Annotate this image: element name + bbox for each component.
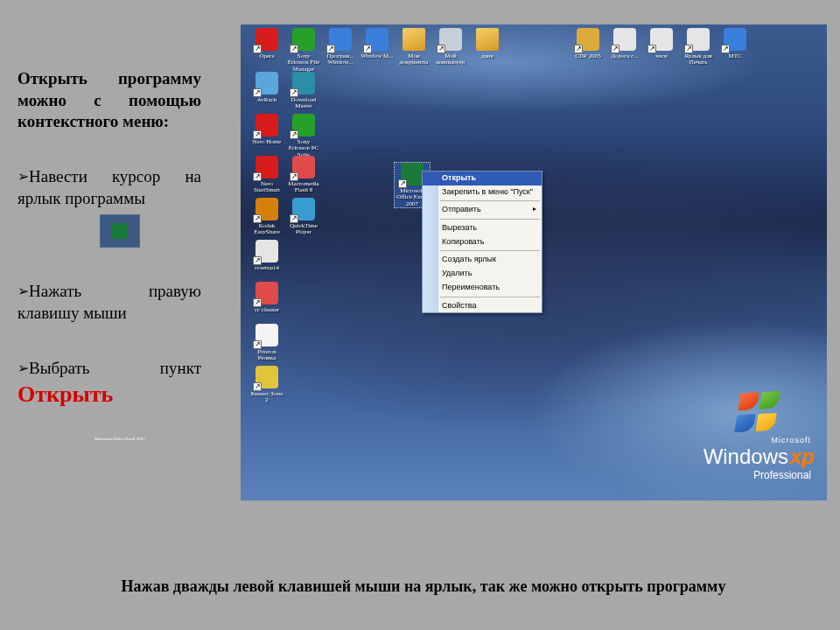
footer-caption: Нажав дважды левой клавишей мыши на ярлы… xyxy=(47,578,800,596)
desktop-icon-label: Бизнес Зона 2 xyxy=(249,391,284,404)
desktop-icon-label: ccsetup14 xyxy=(249,265,284,271)
desktop-icon-label: часи xyxy=(644,53,679,60)
ctx-cut[interactable]: Вырезать xyxy=(423,221,542,235)
desktop-icon[interactable]: ↗Програм... Window... xyxy=(323,28,358,66)
desktop-icon-label: Ярлык для Печать xyxy=(681,53,716,66)
ctx-open[interactable]: Открыть xyxy=(423,172,542,186)
desktop-icon-label: QuickTime Player xyxy=(286,223,321,236)
desktop-icon[interactable]: ↗Мой компьютер xyxy=(433,28,468,66)
desktop-icon-label: СПР 2005 xyxy=(570,53,606,60)
logo-edition: Professional xyxy=(704,469,811,481)
windows-desktop: ↗Opera↗Sony Ericsson File Manager↗Програ… xyxy=(241,24,827,500)
desktop-icon-label: AvRack xyxy=(249,97,284,103)
desktop-icon[interactable]: даня xyxy=(470,28,505,60)
logo-product: Windows xyxy=(704,444,788,469)
logo-suffix: xp xyxy=(790,444,815,469)
desktop-icon-label: Мои документы xyxy=(396,53,431,66)
example-icon-label: Microsoft Office Excel 2007 xyxy=(28,437,212,441)
desktop-icon-label: Nero Home xyxy=(249,139,284,145)
desktop-icon-label: МТС xyxy=(718,53,752,60)
desktop-icon-label: Window M... xyxy=(360,53,395,60)
instruction-title: Открыть программу можно с помощью контек… xyxy=(18,68,201,133)
windows-flag-icon xyxy=(734,391,783,433)
step-3-text: Выбрать пункт xyxy=(29,359,201,377)
desktop-icon[interactable]: ↗QuickTime Player xyxy=(286,198,321,236)
desktop-icon[interactable]: ↗ccsetup14 xyxy=(249,240,284,271)
instruction-open-word: Открыть xyxy=(18,382,113,407)
ctx-pin[interactable]: Закрепить в меню "Пуск" xyxy=(423,186,542,200)
ctx-delete[interactable]: Удалить xyxy=(423,267,542,281)
desktop-icon[interactable]: ↗Kodak EasyShare xyxy=(249,198,284,236)
instruction-step-1: ➢Навести курсор на ярлык программы xyxy=(18,166,201,209)
logo-brand: Microsoft xyxy=(704,436,811,444)
desktop-icon[interactable]: ↗Macromedia Flash 8 xyxy=(286,156,321,194)
desktop-icon[interactable]: ↗AvRack xyxy=(249,72,284,103)
desktop-icon-label: даня xyxy=(470,53,505,60)
desktop-icon-label: Kodak EasyShare xyxy=(249,223,284,236)
desktop-icon[interactable]: ↗МТС xyxy=(718,28,752,60)
step-2-text: Нажать правую клавишу мыши xyxy=(18,282,201,322)
ctx-send[interactable]: Отправить xyxy=(423,203,542,217)
desktop-icon[interactable]: ↗Ярлык для Печать xyxy=(681,28,716,66)
desktop-icon[interactable]: ↗СПР 2005 xyxy=(570,28,606,60)
desktop-icon-label: Дорога с... xyxy=(607,53,642,60)
desktop-icon-label: Macromedia Flash 8 xyxy=(286,181,321,194)
step-1-text: Навести курсор на ярлык программы xyxy=(18,167,201,207)
desktop-icon[interactable]: ↗Pixeton Релика xyxy=(249,324,284,362)
desktop-icon[interactable]: ↗Sony Ericsson PC Suite xyxy=(286,114,321,158)
desktop-icon[interactable]: ↗cc cleaner xyxy=(249,282,284,313)
desktop-icon-label: cc cleaner xyxy=(249,307,284,313)
instruction-step-2: ➢Нажать правую клавишу мыши xyxy=(18,281,201,324)
desktop-icon[interactable]: ↗Opera xyxy=(249,28,284,60)
desktop-icon-label: Мой компьютер xyxy=(433,53,468,66)
desktop-icon[interactable]: ↗Nero Home xyxy=(249,114,284,145)
desktop-icon-label: Програм... Window... xyxy=(323,53,358,66)
ctx-rename[interactable]: Переименовать xyxy=(423,281,542,295)
windows-xp-logo: Microsoft Windows xp Professional xyxy=(704,392,815,481)
desktop-icon[interactable]: Мои документы xyxy=(396,28,431,66)
desktop-icon[interactable]: ↗Дорога с... xyxy=(607,28,642,60)
desktop-icon-label: Sony Ericsson File Manager xyxy=(286,53,321,73)
desktop-icon-label: Pixeton Релика xyxy=(249,349,284,362)
desktop-icon[interactable]: ↗Бизнес Зона 2 xyxy=(249,366,284,404)
ctx-props[interactable]: Свойства xyxy=(423,299,542,313)
desktop-icon[interactable]: ↗Nero StartSmart xyxy=(249,156,284,194)
instruction-panel: Открыть программу можно с помощью контек… xyxy=(18,68,201,442)
ctx-copy[interactable]: Копировать xyxy=(423,235,542,249)
desktop-icon[interactable]: ↗Window M... xyxy=(360,28,395,60)
example-excel-icon: Microsoft Office Excel 2007 xyxy=(100,214,140,248)
context-menu: Открыть Закрепить в меню "Пуск" Отправит… xyxy=(422,171,542,313)
desktop-icon[interactable]: ↗Sony Ericsson File Manager xyxy=(286,28,321,73)
desktop-icon[interactable]: ↗Download Master xyxy=(286,72,321,110)
desktop-icon-label: Download Master xyxy=(286,97,321,110)
instruction-step-3: ➢Выбрать пункт Открыть xyxy=(18,358,201,409)
desktop-icon[interactable]: ↗часи xyxy=(644,28,679,60)
ctx-shortcut[interactable]: Создать ярлык xyxy=(423,253,542,267)
desktop-icon-label: Opera xyxy=(249,53,284,60)
desktop-icon-label: Nero StartSmart xyxy=(249,181,284,194)
